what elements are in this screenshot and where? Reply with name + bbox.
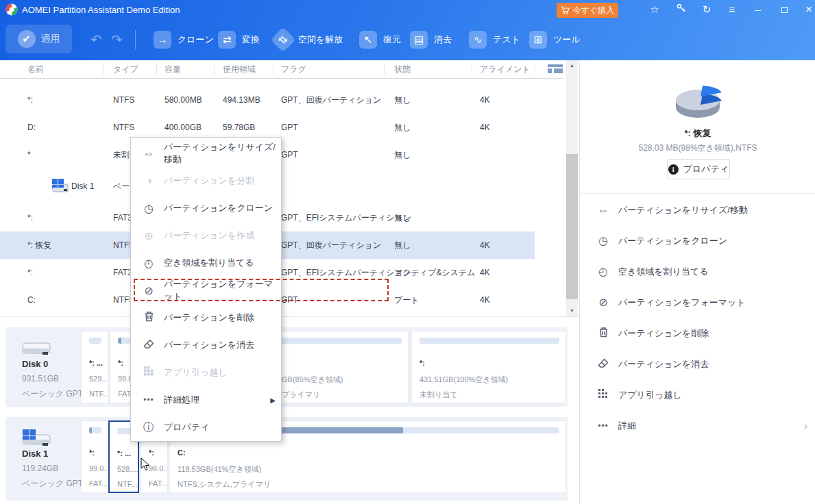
app-grid-icon (595, 389, 611, 401)
col-type[interactable]: タイプ (113, 60, 138, 79)
partition-pie-chart (667, 75, 729, 123)
apply-check-icon: ✔ (18, 30, 36, 48)
undo-icon[interactable]: ↶ (90, 32, 102, 48)
cart-icon (561, 6, 570, 14)
aomei-partition-assistant-window: AOMEI Partition Assistant Demo Edition 今… (0, 0, 815, 504)
ellipsis-icon: ••• (141, 395, 157, 405)
format-partition-icon: ⊘ (595, 296, 611, 309)
clone-icon: → (154, 31, 171, 49)
menu-delete-partition[interactable]: パーティションを削除 (131, 304, 281, 331)
table-row[interactable]: *:NTFS 580.00MB494.13MB GPT、回復パーティション無し … (0, 86, 535, 114)
menu-properties[interactable]: ⓘ プロパティ (131, 414, 281, 441)
partition-table: 名前 タイプ 容量 使用領域 フラグ 状態 アライメント *:NTFS 580.… (0, 60, 579, 316)
restore-icon: ↖ (359, 31, 377, 49)
col-name[interactable]: 名前 (27, 60, 44, 79)
main-menu-icon[interactable]: ≡ (724, 3, 740, 16)
toolbar-wipe-button[interactable]: ▤ 消去 (410, 30, 452, 49)
column-settings-icon[interactable] (548, 64, 563, 75)
col-status[interactable]: 状態 (394, 60, 411, 79)
panel-divider (580, 193, 815, 194)
format-highlight-frame (134, 279, 389, 301)
app-grid-icon (141, 366, 157, 379)
menu-format-partition[interactable]: ⊘ パーティションをフォーマット (131, 277, 281, 304)
minimize-button[interactable]: – (750, 3, 766, 16)
action-wipe-partition[interactable]: パーティションを消去 (580, 349, 815, 379)
selected-partition-info: 528.03 MB(98%空き領域),NTFS (580, 142, 815, 154)
scroll-up-icon[interactable]: ▲ (566, 60, 578, 71)
eraser-icon (141, 339, 157, 351)
scrollbar-thumb[interactable] (566, 154, 578, 299)
partition-card[interactable]: *: ... 529.... NTF... (81, 331, 108, 403)
menu-clone-partition[interactable]: ◷ パーティションをクローン (131, 194, 281, 222)
apply-button[interactable]: ✔ 適用 (5, 25, 72, 53)
menu-app-mover: アプリ引っ越し (131, 359, 281, 386)
register-key-icon[interactable] (672, 3, 689, 16)
title-bar: AOMEI Partition Assistant Demo Edition 今… (0, 0, 815, 19)
create-partition-icon: ⊕ (141, 229, 157, 242)
eraser-icon (595, 358, 611, 370)
menu-advanced[interactable]: ••• 詳細処理 ▶ (131, 386, 281, 414)
partition-card[interactable]: *: 431.51GB(100%空き領域) 未割り当て (411, 331, 566, 403)
update-sync-icon[interactable]: ↻ (698, 3, 715, 16)
partition-card[interactable]: *: 99.0... FAT... (81, 420, 108, 493)
toolbar-convert-button[interactable]: ⇄ 変換 (218, 30, 260, 49)
disk0-icon (22, 340, 51, 356)
menu-allocate-free-space[interactable]: ◴ 空き領域を割り当てる (131, 249, 281, 277)
properties-button[interactable]: i プロパティ (667, 159, 730, 179)
action-clone-partition[interactable]: ◷ パーティションをクローン (580, 225, 815, 256)
disk1-icon (22, 429, 51, 447)
col-flags[interactable]: フラグ (281, 60, 306, 79)
rate-star-icon[interactable]: ☆ (646, 3, 663, 16)
split-partition-icon: ◑ (141, 175, 157, 187)
close-button[interactable]: × (801, 3, 815, 16)
toolbar-test-button[interactable]: ∿ テスト (469, 30, 520, 49)
buy-now-label: 今すぐ購入 (573, 5, 615, 16)
disk1-type: ベーシック GPT (22, 478, 83, 490)
menu-wipe-partition[interactable]: パーティションを消去 (131, 331, 281, 359)
action-list: ⇔ パーティションをリサイズ/移動 ◷ パーティションをクローン ◴ 空き領域を… (580, 194, 815, 441)
mouse-cursor (141, 457, 151, 473)
disk-map-area: Disk 0 931.51GB ベーシック GPT *: ... 529....… (0, 316, 579, 504)
info-circle-icon: ⓘ (141, 420, 157, 435)
buy-now-button[interactable]: 今すぐ購入 (557, 3, 618, 18)
toolbar-restore-button[interactable]: ↖ 復元 (359, 30, 401, 49)
col-used[interactable]: 使用領域 (223, 60, 256, 79)
ellipsis-icon: ••• (595, 421, 611, 431)
action-app-mover[interactable]: アプリ引っ越し (580, 379, 815, 410)
toolbar-tools-button[interactable]: ⊞ ツール (529, 30, 581, 49)
menu-split-partition: ◑ パーティションを分割 (131, 167, 281, 194)
menu-create-partition: ⊕ パーティションを作成 (131, 222, 281, 249)
disk0-type: ベーシック GPT (22, 388, 83, 400)
wipe-icon: ▤ (410, 31, 428, 49)
app-logo-icon (5, 3, 18, 16)
table-scrollbar[interactable]: ▲ ▼ (566, 60, 578, 316)
col-capacity[interactable]: 容量 (165, 60, 181, 79)
action-advanced[interactable]: ••• 詳細 › (580, 410, 815, 441)
col-alignment[interactable]: アライメント (480, 60, 531, 79)
menu-resize-move[interactable]: ⇔ パーティションをリサイズ/移動 (131, 140, 281, 167)
toolbar-clone-button[interactable]: → クローン (154, 30, 214, 49)
submenu-arrow-icon: ▶ (270, 396, 276, 404)
action-delete-partition[interactable]: パーティションを削除 (580, 318, 815, 349)
disk0-band: Disk 0 931.51GB ベーシック GPT *: ... 529....… (5, 327, 568, 407)
convert-icon: ⇄ (218, 31, 236, 49)
maximize-button[interactable] (776, 3, 792, 16)
action-allocate-free-space[interactable]: ◴ 空き領域を割り当てる (580, 256, 815, 287)
trash-icon (141, 311, 157, 325)
toolbar-divider (135, 30, 136, 49)
trash-icon (595, 327, 611, 340)
redo-icon[interactable]: ↷ (111, 32, 123, 48)
scroll-down-icon[interactable]: ▼ (566, 305, 578, 316)
disk1-name[interactable]: Disk 1 (22, 449, 48, 459)
action-format-partition[interactable]: ⊘ パーティションをフォーマット (580, 287, 815, 318)
app-title: AOMEI Partition Assistant Demo Edition (22, 5, 180, 15)
action-resize-move[interactable]: ⇔ パーティションをリサイズ/移動 (580, 194, 815, 225)
disk0-name[interactable]: Disk 0 (22, 359, 48, 369)
info-icon: i (668, 164, 679, 175)
context-menu: ⇔ パーティションをリサイズ/移動 ◑ パーティションを分割 ◷ パーティション… (130, 137, 282, 442)
toolbar-free-space-button[interactable]: ⇄ 空間を解放 (274, 30, 343, 49)
header: AOMEI Partition Assistant Demo Edition 今… (0, 0, 815, 60)
resize-move-icon: ⇔ (141, 147, 157, 160)
disk-icon (51, 178, 69, 193)
allocate-space-icon: ◴ (141, 257, 157, 270)
